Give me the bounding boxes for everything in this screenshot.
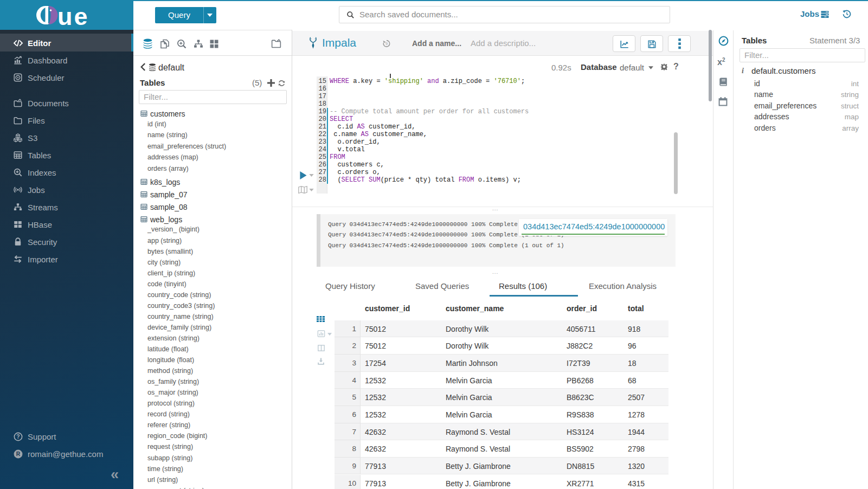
svg-text:R: R	[16, 451, 21, 457]
svg-text:9: 9	[385, 41, 388, 46]
svg-text:?: ?	[16, 434, 20, 440]
